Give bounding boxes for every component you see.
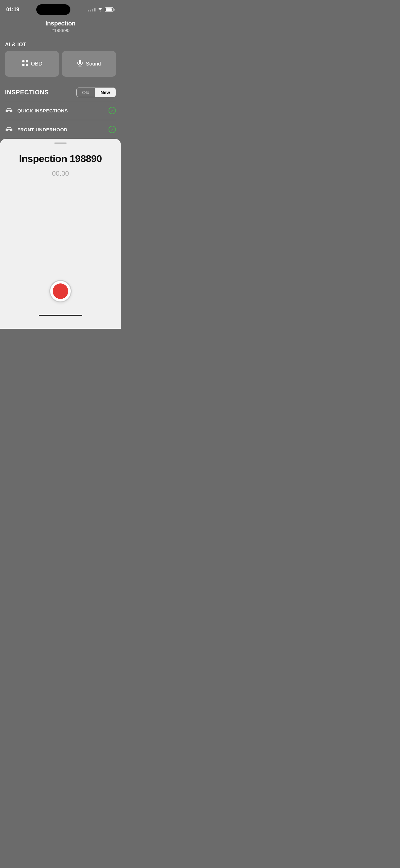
sheet-handle bbox=[54, 143, 67, 144]
record-button[interactable] bbox=[49, 280, 72, 302]
main-content: AI & IOT OBD Soun bbox=[0, 38, 121, 139]
record-dot bbox=[53, 283, 68, 299]
status-icons bbox=[88, 7, 115, 12]
old-new-toggle[interactable]: Old New bbox=[76, 88, 116, 97]
car-icon-front bbox=[5, 125, 13, 134]
obd-label: OBD bbox=[31, 61, 42, 67]
inspections-header: INSPECTIONS Old New bbox=[5, 84, 116, 101]
front-underhood-label: FRONT UNDERHOOD bbox=[18, 127, 104, 132]
status-time: 01:19 bbox=[6, 6, 19, 13]
signal-icon bbox=[88, 8, 96, 11]
timer-display: 00.00 bbox=[52, 169, 69, 178]
front-check-icon: ✓ bbox=[108, 126, 116, 133]
page-header: Inspection #198890 bbox=[0, 17, 121, 38]
ai-iot-section-label: AI & IOT bbox=[5, 38, 116, 51]
svg-rect-4 bbox=[79, 60, 81, 64]
svg-rect-1 bbox=[26, 60, 28, 62]
obd-card[interactable]: OBD bbox=[5, 51, 59, 77]
obd-icon bbox=[22, 60, 29, 68]
dynamic-island bbox=[36, 4, 70, 15]
quick-check-icon: ✓ bbox=[108, 107, 116, 114]
page-title: Inspection bbox=[6, 20, 115, 27]
old-toggle-button[interactable]: Old bbox=[76, 88, 95, 97]
bottom-sheet: Inspection 198890 00.00 bbox=[0, 139, 121, 329]
car-icon-quick bbox=[5, 106, 13, 115]
microphone-icon bbox=[77, 60, 83, 68]
ai-cards-row: OBD Sound bbox=[5, 51, 116, 77]
inspection-row-front[interactable]: FRONT UNDERHOOD ✓ bbox=[5, 120, 116, 139]
section-divider bbox=[5, 81, 116, 81]
battery-icon bbox=[105, 7, 115, 12]
inspection-row-quick[interactable]: QUICK INSPECTIONS ✓ bbox=[5, 101, 116, 120]
new-toggle-button[interactable]: New bbox=[95, 88, 116, 97]
svg-rect-2 bbox=[22, 64, 25, 66]
status-bar: 01:19 bbox=[0, 0, 121, 17]
quick-inspections-label: QUICK INSPECTIONS bbox=[18, 108, 104, 113]
svg-rect-0 bbox=[22, 60, 25, 62]
sound-card[interactable]: Sound bbox=[62, 51, 116, 77]
svg-rect-3 bbox=[26, 64, 28, 66]
inspections-title: INSPECTIONS bbox=[5, 89, 49, 96]
wifi-icon bbox=[97, 7, 103, 12]
home-indicator bbox=[39, 315, 82, 316]
recording-area bbox=[6, 187, 115, 274]
page-subtitle: #198890 bbox=[6, 28, 115, 33]
sheet-title: Inspection 198890 bbox=[19, 153, 102, 164]
sound-label: Sound bbox=[86, 61, 101, 67]
record-button-container bbox=[49, 280, 72, 302]
